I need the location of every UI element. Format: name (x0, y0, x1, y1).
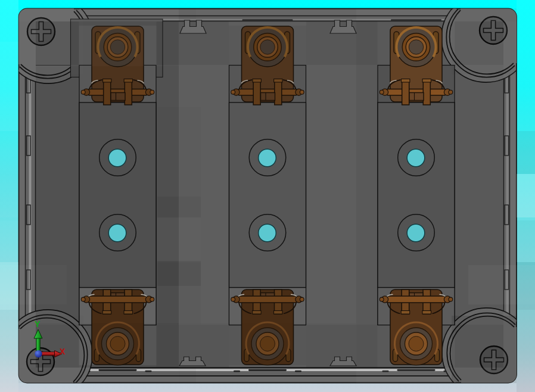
svg-text:Y: Y (35, 319, 41, 329)
svg-text:X: X (60, 347, 66, 356)
